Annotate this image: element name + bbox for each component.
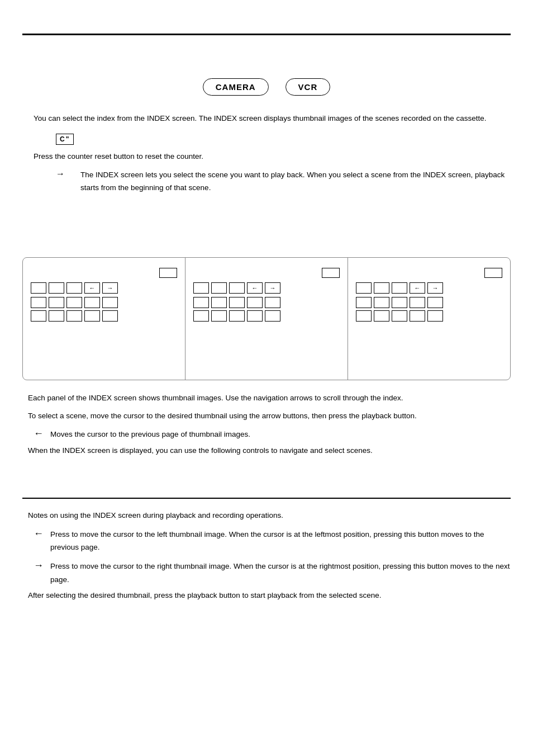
panel2-grid xyxy=(193,297,280,322)
panel3-top-rect xyxy=(484,268,502,278)
panel3-cell xyxy=(374,297,389,308)
panel2-cell xyxy=(211,297,227,308)
arrow-left-icon2: ← xyxy=(34,528,45,540)
panel1-nav-box2 xyxy=(49,282,64,294)
panel3-top-bar xyxy=(356,268,502,278)
panel2-cell xyxy=(265,297,280,308)
panel1-right-arrow[interactable]: → xyxy=(102,282,118,294)
panel2-cell xyxy=(193,297,209,308)
panel3-cell xyxy=(410,310,425,322)
panel3-left-arrow[interactable]: ← xyxy=(410,282,425,294)
panel3-nav-row: ← → xyxy=(356,282,443,294)
counter-text: Press the counter reset button to reset … xyxy=(22,150,511,163)
panel2-nav-box2 xyxy=(211,282,227,294)
section2-paragraph3: When the INDEX screen is displayed, you … xyxy=(22,444,511,457)
panel1-nav-box3 xyxy=(66,282,82,294)
panel1-nav-box1 xyxy=(31,282,46,294)
panel1-grid xyxy=(31,297,118,322)
panel3-cell xyxy=(410,297,425,308)
panels-container: ← → xyxy=(22,257,511,380)
section3-arrow-left-text: Press to move the cursor to the left thu… xyxy=(50,528,511,554)
panel1-cell xyxy=(31,297,46,308)
vcr-mode-button[interactable]: VCR xyxy=(285,78,331,96)
section2: Each panel of the INDEX screen shows thu… xyxy=(22,391,511,462)
panel1-cell xyxy=(102,297,118,308)
panel3-cell xyxy=(356,310,372,322)
section2-paragraph2: To select a scene, move the cursor to th… xyxy=(22,409,511,423)
panel3-grid xyxy=(356,297,443,322)
section3-arrow-right-row: → Press to move the cursor to the right … xyxy=(34,560,511,586)
counter-icon: C" xyxy=(56,134,74,145)
panel2-cell xyxy=(229,297,245,308)
panel1-cell xyxy=(102,310,118,322)
panel1-nav-row: ← → xyxy=(31,282,118,294)
section1: CAMERA VCR You can select the index from… xyxy=(22,45,511,199)
section3-arrow-right-text: Press to move the cursor to the right th… xyxy=(50,560,511,586)
panel2-nav-row: ← → xyxy=(193,282,280,294)
panel3-right-arrow[interactable]: → xyxy=(427,282,443,294)
top-rule xyxy=(22,34,511,35)
panel3-cell xyxy=(427,297,443,308)
arrow-left-icon1: ← xyxy=(34,428,45,440)
panel2-cell xyxy=(247,297,263,308)
panel3-cell xyxy=(374,310,389,322)
panel-1: ← → xyxy=(23,258,185,380)
panel1-cell xyxy=(49,310,64,322)
section2-arrow-left-text: Moves the cursor to the previous page of… xyxy=(50,428,250,441)
section3-paragraph2: After selecting the desired thumbnail, p… xyxy=(22,589,511,602)
panel1-cell xyxy=(66,297,82,308)
panel2-top-bar xyxy=(193,268,340,278)
panel2-cell xyxy=(229,310,245,322)
panel2-nav-box1 xyxy=(193,282,209,294)
section3: Notes on using the INDEX screen during p… xyxy=(22,509,511,607)
panel1-top-bar xyxy=(31,268,177,278)
counter-icon-row: C" xyxy=(56,134,511,145)
section3-arrow-left-row: ← Press to move the cursor to the left t… xyxy=(34,528,511,554)
mid-rule xyxy=(22,498,511,499)
panel2-nav-box3 xyxy=(229,282,245,294)
panel3-cell xyxy=(392,297,407,308)
panel3-cell xyxy=(427,310,443,322)
panel2-cell xyxy=(211,310,227,322)
panel1-top-rect xyxy=(159,268,177,278)
panel3-nav-box2 xyxy=(374,282,389,294)
panel2-cell xyxy=(193,310,209,322)
section2-arrow-left-row: ← Moves the cursor to the previous page … xyxy=(34,428,511,441)
panel-3: ← → xyxy=(348,258,510,380)
panel2-left-arrow[interactable]: ← xyxy=(247,282,263,294)
mode-buttons-row: CAMERA VCR xyxy=(22,78,511,96)
panel1-cell xyxy=(31,310,46,322)
panel3-cell xyxy=(392,310,407,322)
panel2-cell xyxy=(247,310,263,322)
section1-paragraph1: You can select the index from the INDEX … xyxy=(22,112,511,125)
arrow-right-icon1: → xyxy=(56,169,65,179)
section1-paragraph2: The INDEX screen lets you select the sce… xyxy=(80,169,511,195)
panel2-top-rect xyxy=(322,268,340,278)
section2-paragraph1: Each panel of the INDEX screen shows thu… xyxy=(22,391,511,405)
panel1-cell xyxy=(84,310,100,322)
panel3-nav-box3 xyxy=(392,282,407,294)
panel2-cell xyxy=(265,310,280,322)
panel1-cell xyxy=(84,297,100,308)
panel1-left-arrow[interactable]: ← xyxy=(84,282,100,294)
panel1-cell xyxy=(49,297,64,308)
section3-paragraph1: Notes on using the INDEX screen during p… xyxy=(22,509,511,522)
arrow-right-icon2: → xyxy=(34,560,45,571)
panel3-nav-box1 xyxy=(356,282,372,294)
panel2-right-arrow[interactable]: → xyxy=(265,282,280,294)
panel3-cell xyxy=(356,297,372,308)
panel1-cell xyxy=(66,310,82,322)
panel-2: ← → xyxy=(185,258,348,380)
camera-mode-button[interactable]: CAMERA xyxy=(203,78,269,96)
